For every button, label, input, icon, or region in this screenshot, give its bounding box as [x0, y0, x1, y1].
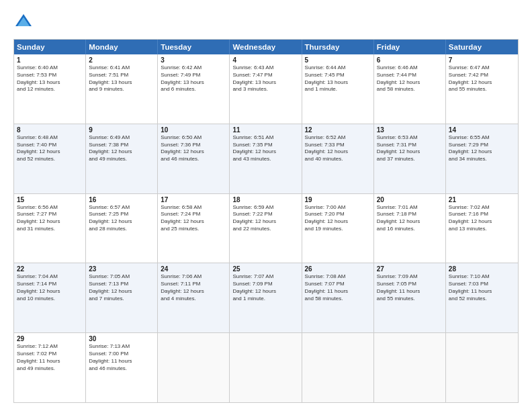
day-cell-1: 1Sunrise: 6:40 AMSunset: 7:53 PMDaylight…	[14, 54, 86, 124]
cell-info: Sunrise: 7:09 AMSunset: 7:05 PMDaylight:…	[377, 273, 443, 302]
day-cell-26: 26Sunrise: 7:08 AMSunset: 7:07 PMDayligh…	[302, 263, 374, 332]
day-cell-9: 9Sunrise: 6:49 AMSunset: 7:38 PMDaylight…	[86, 124, 158, 193]
day-number: 26	[305, 265, 371, 273]
cell-info: Sunrise: 7:12 AMSunset: 7:02 PMDaylight:…	[17, 343, 83, 372]
day-number: 3	[161, 56, 226, 64]
day-cell-4: 4Sunrise: 6:43 AMSunset: 7:47 PMDaylight…	[230, 54, 302, 124]
cell-info: Sunrise: 6:40 AMSunset: 7:53 PMDaylight:…	[17, 64, 83, 93]
cell-info: Sunrise: 6:44 AMSunset: 7:45 PMDaylight:…	[305, 64, 371, 93]
weekday-wednesday: Wednesday	[230, 40, 302, 54]
cell-info: Sunrise: 7:01 AMSunset: 7:18 PMDaylight:…	[377, 204, 443, 233]
day-number: 15	[17, 196, 83, 203]
page: SundayMondayTuesdayWednesdayThursdayFrid…	[0, 0, 532, 411]
day-number: 25	[232, 265, 298, 273]
day-cell-13: 13Sunrise: 6:53 AMSunset: 7:31 PMDayligh…	[374, 124, 446, 193]
empty-cell-4-2	[158, 333, 230, 402]
day-cell-17: 17Sunrise: 6:58 AMSunset: 7:24 PMDayligh…	[158, 194, 230, 263]
day-number: 20	[377, 196, 443, 203]
cell-info: Sunrise: 6:50 AMSunset: 7:36 PMDaylight:…	[161, 134, 226, 163]
day-number: 9	[89, 126, 154, 134]
day-cell-8: 8Sunrise: 6:48 AMSunset: 7:40 PMDaylight…	[14, 124, 86, 193]
day-cell-19: 19Sunrise: 7:00 AMSunset: 7:20 PMDayligh…	[302, 194, 374, 263]
day-cell-11: 11Sunrise: 6:51 AMSunset: 7:35 PMDayligh…	[230, 124, 302, 193]
day-cell-15: 15Sunrise: 6:56 AMSunset: 7:27 PMDayligh…	[14, 194, 86, 263]
empty-cell-4-6	[446, 333, 518, 402]
cell-info: Sunrise: 6:52 AMSunset: 7:33 PMDaylight:…	[305, 134, 371, 163]
day-number: 16	[89, 196, 154, 203]
day-cell-23: 23Sunrise: 7:05 AMSunset: 7:13 PMDayligh…	[86, 263, 158, 332]
cell-info: Sunrise: 6:59 AMSunset: 7:22 PMDaylight:…	[232, 204, 298, 233]
header	[13, 12, 519, 32]
day-cell-6: 6Sunrise: 6:46 AMSunset: 7:44 PMDaylight…	[374, 54, 446, 124]
day-cell-5: 5Sunrise: 6:44 AMSunset: 7:45 PMDaylight…	[302, 54, 374, 124]
calendar-row-2: 8Sunrise: 6:48 AMSunset: 7:40 PMDaylight…	[14, 124, 518, 193]
cell-info: Sunrise: 6:56 AMSunset: 7:27 PMDaylight:…	[17, 204, 83, 233]
day-cell-16: 16Sunrise: 6:57 AMSunset: 7:25 PMDayligh…	[86, 194, 158, 263]
weekday-monday: Monday	[86, 40, 158, 54]
day-number: 28	[449, 265, 515, 273]
cell-info: Sunrise: 7:05 AMSunset: 7:13 PMDaylight:…	[89, 273, 154, 302]
cell-info: Sunrise: 6:57 AMSunset: 7:25 PMDaylight:…	[89, 204, 154, 233]
day-cell-21: 21Sunrise: 7:02 AMSunset: 7:16 PMDayligh…	[446, 194, 518, 263]
weekday-tuesday: Tuesday	[158, 40, 230, 54]
day-number: 2	[89, 56, 154, 64]
day-number: 10	[161, 126, 226, 134]
cell-info: Sunrise: 6:47 AMSunset: 7:42 PMDaylight:…	[449, 64, 515, 93]
day-number: 30	[89, 335, 154, 342]
cell-info: Sunrise: 6:41 AMSunset: 7:51 PMDaylight:…	[89, 64, 154, 93]
cell-info: Sunrise: 6:51 AMSunset: 7:35 PMDaylight:…	[232, 134, 298, 163]
day-cell-3: 3Sunrise: 6:42 AMSunset: 7:49 PMDaylight…	[158, 54, 230, 124]
empty-cell-4-5	[374, 333, 446, 402]
day-cell-12: 12Sunrise: 6:52 AMSunset: 7:33 PMDayligh…	[302, 124, 374, 193]
day-number: 4	[232, 56, 298, 64]
day-number: 7	[449, 56, 515, 64]
day-number: 24	[161, 265, 226, 273]
day-number: 29	[17, 335, 83, 342]
day-number: 21	[449, 196, 515, 203]
day-cell-2: 2Sunrise: 6:41 AMSunset: 7:51 PMDaylight…	[86, 54, 158, 124]
empty-cell-4-3	[230, 333, 302, 402]
cell-info: Sunrise: 7:04 AMSunset: 7:14 PMDaylight:…	[17, 273, 83, 302]
cell-info: Sunrise: 6:48 AMSunset: 7:40 PMDaylight:…	[17, 134, 83, 163]
empty-cell-4-4	[302, 333, 374, 402]
calendar-row-5: 29Sunrise: 7:12 AMSunset: 7:02 PMDayligh…	[14, 332, 518, 402]
day-number: 6	[377, 56, 443, 64]
cell-info: Sunrise: 6:42 AMSunset: 7:49 PMDaylight:…	[161, 64, 226, 93]
cell-info: Sunrise: 7:08 AMSunset: 7:07 PMDaylight:…	[305, 273, 371, 302]
cell-info: Sunrise: 7:00 AMSunset: 7:20 PMDaylight:…	[305, 204, 371, 233]
day-cell-20: 20Sunrise: 7:01 AMSunset: 7:18 PMDayligh…	[374, 194, 446, 263]
cell-info: Sunrise: 7:13 AMSunset: 7:00 PMDaylight:…	[89, 343, 154, 372]
day-number: 5	[305, 56, 371, 64]
calendar-row-1: 1Sunrise: 6:40 AMSunset: 7:53 PMDaylight…	[14, 54, 518, 124]
cell-info: Sunrise: 6:49 AMSunset: 7:38 PMDaylight:…	[89, 134, 154, 163]
day-cell-27: 27Sunrise: 7:09 AMSunset: 7:05 PMDayligh…	[374, 263, 446, 332]
cell-info: Sunrise: 6:55 AMSunset: 7:29 PMDaylight:…	[449, 134, 515, 163]
day-number: 12	[305, 126, 371, 134]
logo-icon	[13, 12, 34, 32]
cell-info: Sunrise: 6:43 AMSunset: 7:47 PMDaylight:…	[232, 64, 298, 93]
day-number: 11	[232, 126, 298, 134]
day-cell-30: 30Sunrise: 7:13 AMSunset: 7:00 PMDayligh…	[86, 333, 158, 402]
weekday-thursday: Thursday	[302, 40, 374, 54]
cell-info: Sunrise: 7:06 AMSunset: 7:11 PMDaylight:…	[161, 273, 226, 302]
day-number: 22	[17, 265, 83, 273]
cell-info: Sunrise: 7:07 AMSunset: 7:09 PMDaylight:…	[232, 273, 298, 302]
day-number: 14	[449, 126, 515, 134]
cell-info: Sunrise: 7:10 AMSunset: 7:03 PMDaylight:…	[449, 273, 515, 302]
day-number: 27	[377, 265, 443, 273]
logo	[13, 12, 36, 32]
day-number: 19	[305, 196, 371, 203]
cell-info: Sunrise: 6:53 AMSunset: 7:31 PMDaylight:…	[377, 134, 443, 163]
day-cell-28: 28Sunrise: 7:10 AMSunset: 7:03 PMDayligh…	[446, 263, 518, 332]
weekday-saturday: Saturday	[446, 40, 518, 54]
day-cell-10: 10Sunrise: 6:50 AMSunset: 7:36 PMDayligh…	[158, 124, 230, 193]
day-number: 13	[377, 126, 443, 134]
day-cell-22: 22Sunrise: 7:04 AMSunset: 7:14 PMDayligh…	[14, 263, 86, 332]
calendar-row-4: 22Sunrise: 7:04 AMSunset: 7:14 PMDayligh…	[14, 263, 518, 332]
day-cell-25: 25Sunrise: 7:07 AMSunset: 7:09 PMDayligh…	[230, 263, 302, 332]
day-number: 17	[161, 196, 226, 203]
day-number: 23	[89, 265, 154, 273]
day-cell-29: 29Sunrise: 7:12 AMSunset: 7:02 PMDayligh…	[14, 333, 86, 402]
calendar-header: SundayMondayTuesdayWednesdayThursdayFrid…	[14, 40, 518, 54]
calendar-row-3: 15Sunrise: 6:56 AMSunset: 7:27 PMDayligh…	[14, 193, 518, 263]
